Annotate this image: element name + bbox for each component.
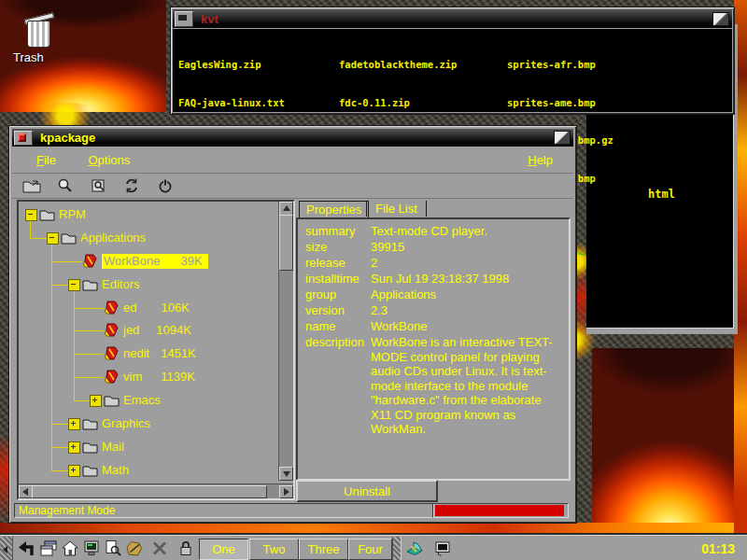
- scroll-up-button[interactable]: [279, 202, 293, 216]
- folder-icon: [82, 441, 98, 454]
- tree-item-label[interactable]: Emacs: [123, 393, 161, 407]
- folder-icon: [82, 278, 98, 291]
- desktop-button-four[interactable]: Four: [348, 539, 392, 560]
- tree-item-label[interactable]: vim1139K: [123, 370, 195, 384]
- refresh-icon[interactable]: [119, 175, 145, 196]
- tree-row[interactable]: Graphics: [19, 415, 271, 432]
- collapse-icon[interactable]: [25, 209, 37, 221]
- tree-item-label[interactable]: Mail: [102, 440, 124, 454]
- uninstall-button[interactable]: Uninstall: [296, 480, 438, 502]
- property-value: Text-mode CD player.: [371, 224, 487, 238]
- trash-label[interactable]: Trash: [13, 50, 44, 64]
- tree-row[interactable]: nedit1451K: [19, 345, 271, 362]
- menu-options[interactable]: Options: [80, 148, 137, 172]
- status-bar-left: Management Mode: [14, 503, 434, 518]
- property-value: 39915: [371, 240, 404, 254]
- kvt-titlebar[interactable]: kvt: [173, 9, 732, 28]
- tree-row[interactable]: Emacs: [19, 392, 271, 409]
- tree-vertical-scrollbar[interactable]: [278, 202, 293, 481]
- status-bar-progress: [432, 503, 569, 518]
- expand-icon[interactable]: [68, 465, 80, 477]
- tree-item-label[interactable]: Editors: [102, 277, 139, 291]
- expand-icon[interactable]: [68, 418, 80, 430]
- expand-icon[interactable]: [68, 441, 80, 454]
- terminal-icon[interactable]: [80, 538, 103, 559]
- help-book-icon[interactable]: [403, 538, 426, 559]
- flame-tile: [592, 348, 747, 532]
- tree-row[interactable]: jed1094K: [19, 322, 271, 339]
- tree-item-label[interactable]: Applications: [80, 231, 146, 245]
- trash-icon[interactable]: [22, 12, 56, 49]
- home-icon[interactable]: [59, 538, 81, 559]
- property-key: installtime: [305, 272, 359, 286]
- notes-icon[interactable]: [123, 538, 146, 559]
- scroll-left-button[interactable]: [19, 485, 33, 498]
- tree-row[interactable]: ed106K: [19, 300, 271, 316]
- panel-hide-handle[interactable]: [0, 537, 13, 560]
- property-value: 2.3: [371, 303, 388, 317]
- zoom-icon[interactable]: [52, 175, 78, 196]
- property-key: summary: [305, 224, 355, 238]
- resize-icon[interactable]: [554, 131, 571, 145]
- collapse-icon[interactable]: [68, 279, 80, 291]
- kvt-window[interactable]: kvt EaglesWing.zip FAQ-java-linux.txt FA…: [171, 7, 734, 114]
- tree-item-label[interactable]: ed106K: [123, 301, 190, 315]
- window-menu-button[interactable]: [14, 131, 33, 146]
- tree-row[interactable]: RPM: [19, 206, 271, 223]
- scroll-thumb[interactable]: [279, 215, 293, 271]
- kvt-window-icon[interactable]: [431, 538, 454, 559]
- tree-item-label[interactable]: nedit1451K: [123, 346, 196, 360]
- kpackage-title: kpackage: [40, 131, 95, 145]
- package-tree-pane[interactable]: RPM Applications WorkBone39K Editors ed1…: [17, 200, 295, 500]
- kpackage-titlebar[interactable]: kpackage: [12, 129, 573, 147]
- resize-icon[interactable]: [712, 12, 729, 26]
- kvt-content[interactable]: EaglesWing.zip FAQ-java-linux.txt FAQ.ht…: [173, 29, 732, 112]
- kpackage-toolbar: [12, 174, 573, 199]
- tree-item-label[interactable]: Graphics: [102, 416, 150, 430]
- tab-file-list[interactable]: File List: [366, 201, 427, 217]
- panel-section-handle[interactable]: [392, 537, 402, 560]
- tree-item-label[interactable]: WorkBone39K: [102, 254, 208, 269]
- search-package-icon[interactable]: [86, 175, 112, 196]
- tree-row[interactable]: Mail: [19, 439, 271, 455]
- tree-horizontal-scrollbar[interactable]: [19, 483, 293, 498]
- property-key: size: [305, 240, 327, 254]
- lock-icon[interactable]: [175, 538, 197, 559]
- window-list-icon[interactable]: [37, 538, 60, 559]
- exit-icon[interactable]: [152, 175, 178, 196]
- properties-panel: summary Text-mode CD player. size 39915 …: [296, 217, 571, 481]
- tree-row-selected[interactable]: WorkBone39K: [19, 253, 271, 270]
- tree-row[interactable]: Editors: [19, 276, 271, 293]
- tree-item-label[interactable]: Math: [102, 463, 129, 477]
- property-value-description: WorkBone is an interactive TEXT-MODE con…: [371, 335, 563, 437]
- tree-row[interactable]: Math: [19, 462, 271, 479]
- terminal-window-icon[interactable]: [175, 11, 193, 27]
- package-size: 39K: [180, 254, 202, 268]
- cut-icon[interactable]: [148, 538, 171, 559]
- collapse-icon[interactable]: [47, 232, 59, 245]
- scroll-thumb[interactable]: [32, 485, 267, 498]
- desktop-button-two[interactable]: Two: [249, 539, 299, 560]
- desktop-button-three[interactable]: Three: [299, 539, 348, 560]
- find-files-icon[interactable]: [102, 538, 124, 559]
- expand-icon[interactable]: [90, 395, 102, 407]
- package-size: 106K: [161, 301, 189, 315]
- tree-item-label[interactable]: jed1094K: [123, 323, 191, 337]
- kpackage-window[interactable]: kpackage File Options Help: [9, 126, 576, 523]
- tab-properties[interactable]: Properties: [299, 201, 369, 218]
- desktop-button-one[interactable]: One: [199, 539, 248, 560]
- scroll-down-button[interactable]: [279, 467, 293, 481]
- kde-menu-icon[interactable]: [15, 538, 37, 559]
- property-value: Applications: [371, 287, 436, 301]
- menu-help[interactable]: Help: [520, 148, 560, 172]
- progress-bar-fill: [435, 505, 564, 516]
- tree-row[interactable]: Applications: [19, 230, 271, 246]
- tree-item-label[interactable]: RPM: [59, 207, 86, 221]
- tree-row[interactable]: vim1139K: [19, 369, 271, 385]
- scroll-right-button[interactable]: [279, 485, 293, 498]
- menu-file[interactable]: File: [29, 148, 63, 172]
- terminal-window-icon-screen: [178, 15, 187, 21]
- desktop: Trash html kvt EaglesWing.zip FAQ-java-l…: [0, 0, 747, 560]
- open-icon[interactable]: [19, 175, 45, 196]
- wallpaper-swirl: [28, 103, 103, 129]
